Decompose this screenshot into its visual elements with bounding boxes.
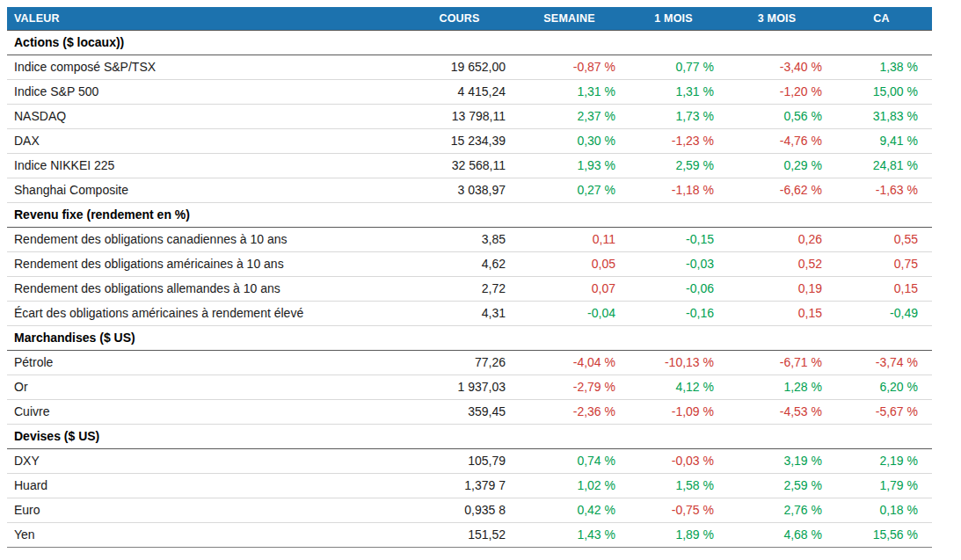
3mois-value: 0,56 %	[723, 104, 831, 128]
row-label: Or	[7, 375, 404, 399]
section-row: Revenu fixe (rendement en %)	[7, 202, 932, 227]
1mois-value: -1,09 %	[624, 399, 723, 424]
section-title: Revenu fixe (rendement en %)	[7, 202, 932, 227]
1mois-value: 0,77 %	[624, 55, 723, 79]
market-table: VALEUR COURS SEMAINE 1 MOIS 3 MOIS CA Ac…	[7, 7, 932, 548]
ca-value: 31,83 %	[831, 104, 932, 128]
semaine-value: 0,30 %	[514, 128, 624, 153]
row-label: Indice NIKKEI 225	[7, 153, 404, 178]
cours-value: 3,85	[404, 227, 514, 251]
section-title: Marchandises ($ US)	[7, 325, 932, 350]
semaine-value: 0,42 %	[514, 498, 624, 522]
ca-value: 0,55	[831, 227, 932, 251]
cours-value: 4 415,24	[404, 79, 514, 104]
cours-value: 0,935 8	[404, 498, 514, 522]
1mois-value: 1,89 %	[624, 522, 723, 547]
3mois-value: 4,68 %	[723, 522, 831, 547]
column-header-1mois: 1 MOIS	[624, 7, 723, 30]
column-header-ca: CA	[831, 7, 932, 30]
section-title: Actions ($ locaux))	[7, 30, 932, 55]
ca-value: 0,15	[831, 276, 932, 301]
table-row: Or1 937,03-2,79 %4,12 %1,28 %6,20 %	[7, 375, 932, 399]
semaine-value: -2,36 %	[514, 399, 624, 424]
row-label: Rendement des obligations américaines à …	[7, 251, 404, 276]
ca-value: -1,63 %	[831, 178, 932, 202]
1mois-value: -0,75 %	[624, 498, 723, 522]
semaine-value: 2,37 %	[514, 104, 624, 128]
semaine-value: 1,43 %	[514, 522, 624, 547]
row-label: Yen	[7, 522, 404, 547]
row-label: Pétrole	[7, 350, 404, 375]
row-label: Rendement des obligations canadiennes à …	[7, 227, 404, 251]
row-label: Euro	[7, 498, 404, 522]
row-label: Écart des obligations américaines à rend…	[7, 301, 404, 325]
table-row: Indice composé S&P/TSX19 652,00-0,87 %0,…	[7, 55, 932, 79]
cours-value: 151,52	[404, 522, 514, 547]
table-row: Pétrole77,26-4,04 %-10,13 %-6,71 %-3,74 …	[7, 350, 932, 375]
3mois-value: -3,40 %	[723, 55, 831, 79]
table-row: Rendement des obligations canadiennes à …	[7, 227, 932, 251]
ca-value: 24,81 %	[831, 153, 932, 178]
semaine-value: 0,05	[514, 251, 624, 276]
ca-value: 0,75	[831, 251, 932, 276]
table-row: NASDAQ13 798,112,37 %1,73 %0,56 %31,83 %	[7, 104, 932, 128]
1mois-value: -0,06	[624, 276, 723, 301]
table-row: Euro0,935 80,42 %-0,75 %2,76 %0,18 %	[7, 498, 932, 522]
1mois-value: -0,03 %	[624, 448, 723, 473]
table-row: Yen151,521,43 %1,89 %4,68 %15,56 %	[7, 522, 932, 547]
3mois-value: -6,71 %	[723, 350, 831, 375]
1mois-value: 4,12 %	[624, 375, 723, 399]
section-row: Actions ($ locaux))	[7, 30, 932, 55]
table-header-row: VALEUR COURS SEMAINE 1 MOIS 3 MOIS CA	[7, 7, 932, 30]
semaine-value: 0,27 %	[514, 178, 624, 202]
section-row: Marchandises ($ US)	[7, 325, 932, 350]
row-label: NASDAQ	[7, 104, 404, 128]
row-label: DXY	[7, 448, 404, 473]
cours-value: 359,45	[404, 399, 514, 424]
table-row: Indice S&P 5004 415,241,31 %1,31 %-1,20 …	[7, 79, 932, 104]
ca-value: 0,18 %	[831, 498, 932, 522]
table-row: Huard1,379 71,02 %1,58 %2,59 %1,79 %	[7, 473, 932, 498]
market-summary-page: VALEUR COURS SEMAINE 1 MOIS 3 MOIS CA Ac…	[0, 0, 961, 560]
semaine-value: -0,04	[514, 301, 624, 325]
3mois-value: 0,19	[723, 276, 831, 301]
row-label: Indice S&P 500	[7, 79, 404, 104]
table-row: Rendement des obligations américaines à …	[7, 251, 932, 276]
ca-value: 2,19 %	[831, 448, 932, 473]
cours-value: 1,379 7	[404, 473, 514, 498]
cours-value: 77,26	[404, 350, 514, 375]
column-header-valeur: VALEUR	[7, 7, 404, 30]
ca-value: -3,74 %	[831, 350, 932, 375]
3mois-value: 0,52	[723, 251, 831, 276]
column-header-cours: COURS	[404, 7, 514, 30]
cours-value: 105,79	[404, 448, 514, 473]
row-label: Shanghai Composite	[7, 178, 404, 202]
row-label: Cuivre	[7, 399, 404, 424]
table-row: Shanghai Composite3 038,970,27 %-1,18 %-…	[7, 178, 932, 202]
table-row: DAX15 234,390,30 %-1,23 %-4,76 %9,41 %	[7, 128, 932, 153]
table-row: Écart des obligations américaines à rend…	[7, 301, 932, 325]
cours-value: 2,72	[404, 276, 514, 301]
1mois-value: -1,23 %	[624, 128, 723, 153]
1mois-value: 1,73 %	[624, 104, 723, 128]
row-label: Huard	[7, 473, 404, 498]
column-header-3mois: 3 MOIS	[723, 7, 831, 30]
1mois-value: -1,18 %	[624, 178, 723, 202]
cours-value: 3 038,97	[404, 178, 514, 202]
3mois-value: -6,62 %	[723, 178, 831, 202]
1mois-value: -0,03	[624, 251, 723, 276]
1mois-value: -10,13 %	[624, 350, 723, 375]
3mois-value: 0,29 %	[723, 153, 831, 178]
3mois-value: 2,59 %	[723, 473, 831, 498]
ca-value: -0,49	[831, 301, 932, 325]
table-row: Indice NIKKEI 22532 568,111,93 %2,59 %0,…	[7, 153, 932, 178]
ca-value: 15,56 %	[831, 522, 932, 547]
semaine-value: 1,31 %	[514, 79, 624, 104]
semaine-value: 0,11	[514, 227, 624, 251]
cours-value: 32 568,11	[404, 153, 514, 178]
table-row: Cuivre359,45-2,36 %-1,09 %-4,53 %-5,67 %	[7, 399, 932, 424]
table-row: Rendement des obligations allemandes à 1…	[7, 276, 932, 301]
ca-value: -5,67 %	[831, 399, 932, 424]
cours-value: 15 234,39	[404, 128, 514, 153]
3mois-value: -1,20 %	[723, 79, 831, 104]
